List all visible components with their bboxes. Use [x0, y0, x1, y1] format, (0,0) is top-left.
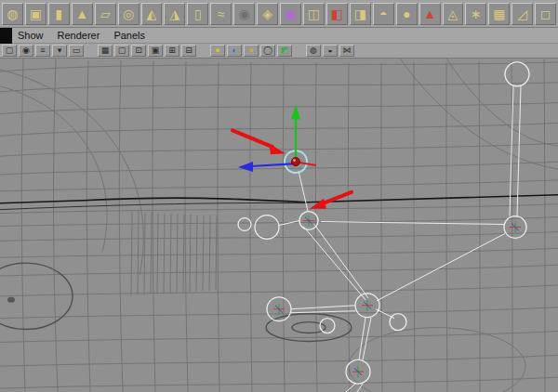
mesh-booleans-icon: ◓ — [379, 7, 387, 20]
image-plane-button[interactable]: ▭ — [69, 45, 84, 57]
mesh-reduce-icon: ◬ — [448, 7, 458, 20]
lighting-default-icon: ● — [215, 46, 219, 55]
manipulator-center-highlight — [293, 159, 296, 162]
gift-box-icon: ▣ — [285, 7, 297, 20]
shelf-item-poly-prism[interactable]: ◭ — [141, 3, 163, 25]
mesh-separate-icon: ◧ — [331, 7, 343, 20]
skeleton-joint[interactable] — [390, 314, 406, 331]
shading-smooth-button[interactable]: ● — [244, 45, 259, 57]
poly-cube-icon: ▣ — [30, 7, 42, 20]
manipulator-z-axis[interactable] — [299, 163, 316, 165]
shelf-item-poly-sphere[interactable]: ◍ — [2, 3, 23, 25]
shelf-item-poly-pyramid[interactable]: ◮ — [164, 3, 185, 25]
shelf-item-mesh-triangulate[interactable]: ◿ — [512, 3, 533, 25]
skeleton-joint[interactable] — [320, 319, 335, 333]
safe-title-icon: ⊟ — [185, 46, 193, 55]
menu-panels[interactable]: Panels — [113, 30, 145, 41]
viewport[interactable] — [0, 59, 558, 392]
skeleton-joint[interactable] — [238, 218, 251, 231]
gate-mask-button[interactable]: ▣ — [148, 45, 163, 57]
shelf-item-mesh-smooth[interactable]: ● — [396, 3, 418, 25]
xray-button[interactable]: ◒ — [323, 45, 338, 57]
toolbar-spacer — [198, 45, 208, 57]
annotation-arrow-1-shaft — [232, 130, 272, 147]
poly-pyramid-icon: ◮ — [170, 7, 180, 20]
lighting-all-button[interactable]: ◐ — [227, 45, 242, 57]
poly-plane-icon: ▱ — [100, 7, 111, 20]
toolbar-spacer — [86, 45, 96, 57]
shelf-item-mesh-paint[interactable]: ∗ — [465, 3, 486, 25]
textured-icon: ◩ — [281, 46, 289, 55]
film-gate-button[interactable]: ▢ — [114, 45, 129, 57]
mesh-triangulate-icon: ◿ — [517, 7, 527, 20]
skeleton-joint[interactable] — [505, 62, 529, 86]
lighting-all-icon: ◐ — [232, 46, 236, 55]
selected-edge-secondary — [0, 203, 307, 209]
shelf-item-poly-soccerball[interactable]: ◉ — [233, 3, 255, 25]
poly-pipe-icon: ▯ — [194, 7, 202, 20]
safe-action-button[interactable]: ⊞ — [165, 45, 179, 57]
shading-wireframe-icon: ◯ — [263, 46, 272, 55]
bookmark-button[interactable]: ▾ — [52, 45, 67, 57]
mesh-paint-icon: ∗ — [471, 7, 482, 20]
menu-show[interactable]: Show — [18, 30, 44, 41]
resolution-gate-icon: ⊡ — [135, 46, 142, 55]
use-default-material-button[interactable]: ◍ — [306, 45, 321, 57]
shelf-item-poly-helix[interactable]: ≈ — [210, 3, 232, 25]
safe-title-button[interactable]: ⊟ — [181, 45, 196, 57]
manipulator-x-arrowhead[interactable] — [238, 162, 253, 172]
maya-window: ◍ ▣ ▮ ▲ ▱ ◎ ◭ ◮ ▯ ≈ ◉ ◈ ▣ ◫ ◧ ◨ ◓ ● ▲ ◬ … — [0, 0, 558, 392]
image-plane-icon: ▭ — [73, 46, 81, 55]
shelf-bar: ◍ ▣ ▮ ▲ ▱ ◎ ◭ ◮ ▯ ≈ ◉ ◈ ▣ ◫ ◧ ◨ ◓ ● ▲ ◬ … — [0, 0, 558, 28]
poly-helix-icon: ≈ — [218, 7, 225, 20]
shading-smooth-icon: ● — [248, 46, 253, 55]
poly-sphere-icon: ◍ — [7, 7, 18, 20]
shelf-item-poly-platonic[interactable]: ◈ — [257, 3, 278, 25]
shelf-item-mesh-separate[interactable]: ◧ — [326, 3, 348, 25]
annotation-arrow-2-head — [310, 199, 326, 209]
joint-axis-z — [275, 217, 519, 376]
manipulator-x-axis[interactable] — [251, 163, 296, 166]
selected-edge[interactable] — [0, 195, 558, 203]
shelf-item-poly-cylinder[interactable]: ▮ — [48, 3, 70, 25]
shelf-item-mesh-cleanup[interactable]: ▦ — [488, 3, 510, 25]
skeleton-joint[interactable] — [255, 216, 279, 240]
camera-attributes-icon: ≡ — [40, 46, 45, 55]
panel-tab[interactable] — [0, 28, 12, 44]
shelf-item-poly-pipe[interactable]: ▯ — [187, 3, 208, 25]
mesh-cleanup-icon: ▦ — [493, 7, 505, 20]
textured-button[interactable]: ◩ — [277, 45, 292, 57]
shading-wireframe-button[interactable]: ◯ — [260, 45, 275, 57]
shelf-item-mesh-booleans[interactable]: ◓ — [373, 3, 394, 25]
grid-icon: ▦ — [101, 46, 110, 55]
camera-attributes-button[interactable]: ≡ — [35, 45, 50, 57]
shelf-item-red-cone[interactable]: ▲ — [419, 3, 441, 25]
poly-torus-icon: ◎ — [123, 7, 134, 20]
share-node-button[interactable]: ⋈ — [339, 45, 354, 57]
manipulator-center-handle[interactable] — [292, 158, 300, 166]
shelf-item-mesh-quadrangulate[interactable]: ◻ — [535, 3, 556, 25]
shelf-item-poly-cube[interactable]: ▣ — [25, 3, 46, 25]
shelf-item-poly-torus[interactable]: ◎ — [118, 3, 140, 25]
select-camera-icon: ▢ — [6, 46, 14, 55]
mesh-combine-icon: ◫ — [308, 7, 320, 20]
resolution-gate-button[interactable]: ⊡ — [131, 45, 146, 57]
skeleton[interactable] — [238, 62, 529, 392]
red-cone-icon: ▲ — [423, 7, 436, 20]
shelf-item-poly-plane[interactable]: ▱ — [95, 3, 116, 25]
poly-cone-icon: ▲ — [75, 7, 88, 20]
share-node-icon: ⋈ — [343, 46, 352, 55]
lighting-default-button[interactable]: ● — [210, 45, 225, 57]
shelf-item-mesh-reduce[interactable]: ◬ — [443, 3, 464, 25]
mesh-smooth-icon: ● — [403, 7, 410, 20]
shelf-item-poly-cone[interactable]: ▲ — [72, 3, 93, 25]
menu-renderer[interactable]: Renderer — [58, 30, 100, 41]
grid-button[interactable]: ▦ — [98, 45, 113, 57]
lock-camera-button[interactable]: ◉ — [19, 45, 33, 57]
joint-axis-x — [273, 221, 521, 372]
select-camera-button[interactable]: ▢ — [2, 45, 17, 57]
shelf-item-gift-box[interactable]: ▣ — [280, 3, 301, 25]
shelf-item-mesh-extract[interactable]: ◨ — [350, 3, 371, 25]
shelf-item-mesh-combine[interactable]: ◫ — [303, 3, 325, 25]
viewport-canvas[interactable] — [0, 59, 558, 392]
